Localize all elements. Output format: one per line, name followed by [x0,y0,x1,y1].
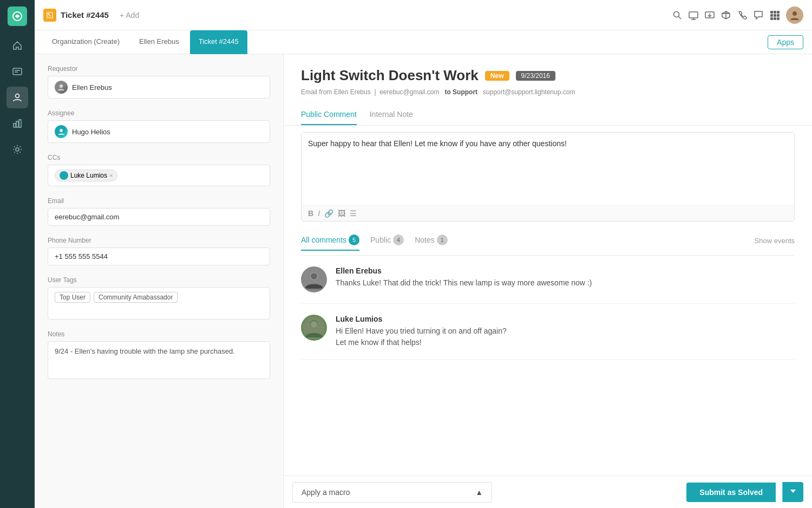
svg-rect-12 [689,12,698,18]
assignee-name: Hugo Helios [72,128,110,136]
phone-icon[interactable] [737,10,747,20]
ticket-title-row: Light Switch Doesn't Work New 9/23/2016 [301,67,795,84]
bold-icon[interactable]: B [308,209,313,218]
email-value: eerebuc@gmail.com [55,213,119,221]
svg-rect-27 [770,17,773,20]
comment-author-luke: Luke Lumios [336,315,507,323]
svg-line-11 [679,16,682,19]
filter-public[interactable]: Public 4 [370,230,404,251]
tab-ellen[interactable]: Ellen Erebus [130,30,188,54]
comment-item-luke: Luke Lumios Hi Ellen! Have you tried tur… [301,304,795,360]
phone-input[interactable]: +1 555 555 5544 [48,248,270,265]
requestor-label: Requestor [48,65,270,73]
filter-all-label: All comments [301,236,346,244]
link-icon[interactable]: 🔗 [324,209,333,218]
svg-rect-7 [19,120,21,127]
tab-internal-note[interactable]: Internal Note [370,105,413,125]
avatar-ellen-person [301,266,327,292]
ccs-input[interactable]: Luke Lumios × [48,165,270,186]
italic-icon[interactable]: I [318,209,320,218]
chart-icon[interactable] [6,113,28,134]
apps-button[interactable]: Apps [768,35,803,49]
comment-body-ellen: Ellen Erebus Thanks Luke! That did the t… [336,266,592,292]
ticket-meta-to: to Support [444,88,477,96]
notes-label: Notes [48,330,270,338]
bottom-bar: Apply a macro ▲ Submit as Solved [284,476,812,508]
svg-rect-25 [774,14,776,17]
avatar-luke-person [301,315,327,341]
tag-community-ambassador: Community Amabassador [94,292,178,303]
right-panel: Light Switch Doesn't Work New 9/23/2016 … [284,54,812,508]
filter-notes[interactable]: Notes 1 [415,230,448,251]
user-avatar[interactable] [786,6,803,24]
add-button[interactable]: + Add [120,11,139,19]
tag-top-user: Top User [55,292,90,303]
notes-content[interactable]: 9/24 - Ellen's having trouble with the l… [48,341,270,379]
assignee-input[interactable]: Hugo Helios [48,120,270,143]
svg-point-35 [311,273,317,279]
settings-icon[interactable] [6,139,28,160]
ccs-field: CCs Luke Lumios × [48,154,270,186]
user-tags-container[interactable]: Top User Community Amabassador [48,287,270,320]
ccs-label: CCs [48,154,270,161]
grid-icon[interactable] [770,10,780,20]
comment-tabs: Public Comment Internal Note [284,105,812,126]
reply-textarea[interactable]: Super happy to hear that Ellen! Let me k… [302,133,794,203]
tab-public-comment[interactable]: Public Comment [301,105,357,125]
tab-organization[interactable]: Organization (Create) [43,30,128,54]
search-icon[interactable] [672,10,682,20]
svg-rect-24 [770,14,773,17]
ticket-meta-support-email: support@support.lightenup.com [483,88,575,96]
macro-select[interactable]: Apply a macro ▲ [292,482,492,503]
filter-notes-count: 1 [437,235,448,245]
home-icon[interactable] [6,35,28,56]
content-layout: Requestor Ellen Erebus Assignee [35,54,812,508]
svg-rect-1 [13,68,22,75]
cc-remove-icon[interactable]: × [109,172,113,179]
sidebar [0,0,35,508]
requestor-name: Ellen Erebus [72,83,112,92]
topbar-actions [672,6,803,24]
cc-tag-luke: Luke Lumios × [55,170,117,181]
submit-dropdown-button[interactable] [782,482,803,502]
ticket-title-bar: Ticket #2445 [43,9,109,22]
ticket-meta-email: eerebuc@gmail.com [379,88,439,96]
svg-rect-29 [777,17,780,20]
image-icon[interactable]: 🖼 [338,209,345,218]
badge-new: New [485,71,509,81]
filter-public-count: 4 [393,235,404,245]
box-icon[interactable] [721,10,731,20]
ticket-meta-from: Email from Ellen Erebus [301,88,371,96]
list-icon[interactable]: ☰ [350,209,357,218]
email-input[interactable]: eerebuc@gmail.com [48,208,270,226]
notes-field: Notes 9/24 - Ellen's having trouble with… [48,330,270,379]
topbar: Ticket #2445 + Add [35,0,812,30]
ticket-main-title: Light Switch Doesn't Work [301,67,479,84]
svg-rect-22 [774,11,776,14]
topbar-ticket-label: Ticket #2445 [61,10,109,19]
tab-ticket[interactable]: Ticket #2445 [190,30,247,54]
user-tags-label: User Tags [48,276,270,284]
tickets-icon[interactable] [6,61,28,82]
tab-bar: Organization (Create) Ellen Erebus Ticke… [35,30,812,54]
comment-body-luke: Luke Lumios Hi Ellen! Have you tried tur… [336,315,507,348]
requestor-input[interactable]: Ellen Erebus [48,76,270,99]
users-icon[interactable] [6,87,28,108]
show-events-button[interactable]: Show events [755,237,795,245]
submit-solved-button[interactable]: Submit as Solved [686,483,776,502]
svg-point-4 [16,94,19,98]
reply-area: Super happy to hear that Ellen! Let me k… [301,132,795,222]
chat-icon[interactable] [754,10,763,20]
download-icon[interactable] [705,10,715,20]
filter-all-comments[interactable]: All comments 5 [301,230,359,251]
svg-rect-21 [770,11,773,14]
ticket-header: Light Switch Doesn't Work New 9/23/2016 … [284,54,812,105]
monitor-icon[interactable] [689,10,698,20]
svg-point-8 [16,148,19,151]
main-area: Ticket #2445 + Add [35,0,812,508]
filter-public-label: Public [370,236,391,244]
svg-point-38 [311,321,317,328]
macro-chevron-icon: ▲ [475,488,483,497]
comment-item-ellen: Ellen Erebus Thanks Luke! That did the t… [301,256,795,304]
logo[interactable] [8,6,27,26]
